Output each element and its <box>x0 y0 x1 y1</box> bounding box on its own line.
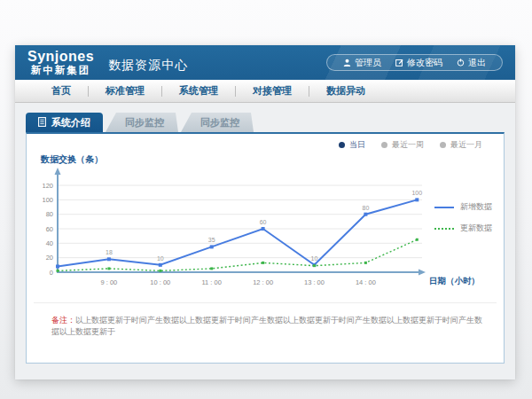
svg-text:120: 120 <box>43 182 53 190</box>
svg-text:18: 18 <box>106 249 113 255</box>
footnote-text: 以上数据更新于时间产生数据以上数据更新于时间产生数据以上数据更新于时间产生数据以… <box>51 316 482 336</box>
radio-last-month-label: 最近一月 <box>450 139 482 151</box>
svg-text:100: 100 <box>43 196 53 204</box>
time-range-filter: 当日 最近一周 最近一月 <box>339 139 482 151</box>
radio-dot <box>381 142 387 148</box>
svg-text:40: 40 <box>46 239 53 247</box>
brand-logo: Synjones 新中新集团 <box>27 50 94 76</box>
app-window: Synjones 新中新集团 数据资源中心 管理员 修改密码 退出 <box>15 45 515 379</box>
tab-sync-monitor-2-label: 同步监控 <box>200 116 239 129</box>
data-exchange-line-chart: 0204060801001209 : 0010 : 0011 : 0012 : … <box>43 160 477 293</box>
nav-item-standard-mgmt[interactable]: 标准管理 <box>89 84 161 98</box>
tab-bar: 系统介绍 同步监控 同步监控 <box>26 113 254 132</box>
legend-updated-data: 更新数据 <box>434 223 492 234</box>
svg-text:80: 80 <box>46 210 53 218</box>
user-menu: 管理员 修改密码 退出 <box>326 54 503 71</box>
legend-new-data: 新增数据 <box>434 201 492 213</box>
page-title: 数据资源中心 <box>108 58 188 74</box>
svg-text:60: 60 <box>46 225 53 233</box>
nav-item-data-change[interactable]: 数据异动 <box>309 84 382 98</box>
blue-line-swatch <box>434 207 454 208</box>
svg-text:80: 80 <box>363 205 370 211</box>
svg-text:100: 100 <box>411 190 422 196</box>
nav-item-interface-mgmt[interactable]: 对接管理 <box>236 84 309 98</box>
svg-text:13 : 00: 13 : 00 <box>304 278 325 286</box>
svg-text:10 : 00: 10 : 00 <box>150 278 170 286</box>
svg-text:35: 35 <box>208 237 215 243</box>
user-menu-change-password-label: 修改密码 <box>407 57 442 69</box>
radio-last-week-label: 最近一周 <box>392 139 424 151</box>
legend-new-data-label: 新增数据 <box>460 201 492 213</box>
svg-text:10: 10 <box>311 255 318 262</box>
svg-text:12 : 00: 12 : 00 <box>253 278 273 286</box>
footnote-prefix: 备注： <box>51 316 75 325</box>
main-nav: 首页 标准管理 系统管理 对接管理 数据异动 <box>15 80 515 103</box>
user-menu-admin[interactable]: 管理员 <box>336 57 388 69</box>
user-menu-change-password[interactable]: 修改密码 <box>388 57 450 69</box>
nav-item-system-mgmt[interactable]: 系统管理 <box>162 84 235 98</box>
power-icon <box>457 59 465 66</box>
radio-last-month[interactable]: 最近一月 <box>440 139 482 151</box>
document-icon <box>38 117 46 129</box>
svg-text:10: 10 <box>157 255 164 262</box>
user-icon <box>343 59 351 66</box>
green-dotted-swatch <box>434 228 454 230</box>
tab-sync-monitor-2[interactable]: 同步监控 <box>181 113 254 132</box>
user-menu-logout-label: 退出 <box>468 57 486 69</box>
content-area: 系统介绍 同步监控 同步监控 当日 最近一周 <box>15 103 515 379</box>
svg-text:20: 20 <box>46 254 53 262</box>
svg-text:60: 60 <box>260 219 267 225</box>
legend-updated-data-label: 更新数据 <box>460 223 492 234</box>
edit-icon <box>395 59 403 66</box>
tab-sync-monitor-1[interactable]: 同步监控 <box>106 113 178 132</box>
user-menu-admin-label: 管理员 <box>355 57 381 69</box>
logo-text: Synjones <box>27 50 94 65</box>
section-divider <box>34 302 497 303</box>
tab-system-intro-label: 系统介绍 <box>51 116 90 129</box>
footnote: 备注：以上数据更新于时间产生数据以上数据更新于时间产生数据以上数据更新于时间产生… <box>51 315 486 337</box>
radio-dot <box>339 142 345 148</box>
logo-subtext: 新中新集团 <box>31 65 91 75</box>
svg-text:9 : 00: 9 : 00 <box>101 278 118 286</box>
radio-today-label: 当日 <box>349 139 365 151</box>
svg-text:11 : 00: 11 : 00 <box>202 278 222 286</box>
radio-last-week[interactable]: 最近一周 <box>381 139 424 151</box>
app-header: Synjones 新中新集团 数据资源中心 管理员 修改密码 退出 <box>15 45 515 80</box>
chart-panel: 当日 最近一周 最近一月 数据交换（条） 0204060801001209 : … <box>26 132 505 364</box>
svg-text:0: 0 <box>50 269 53 277</box>
chart-legend: 新增数据 更新数据 <box>434 201 492 234</box>
svg-text:日期（小时）: 日期（小时） <box>429 276 477 286</box>
tab-sync-monitor-1-label: 同步监控 <box>125 116 164 129</box>
svg-text:14 : 00: 14 : 00 <box>356 278 376 286</box>
user-menu-logout[interactable]: 退出 <box>450 57 493 69</box>
nav-item-home[interactable]: 首页 <box>35 84 88 98</box>
radio-today[interactable]: 当日 <box>339 139 365 151</box>
radio-dot <box>440 142 446 148</box>
tab-system-intro[interactable]: 系统介绍 <box>26 113 103 132</box>
